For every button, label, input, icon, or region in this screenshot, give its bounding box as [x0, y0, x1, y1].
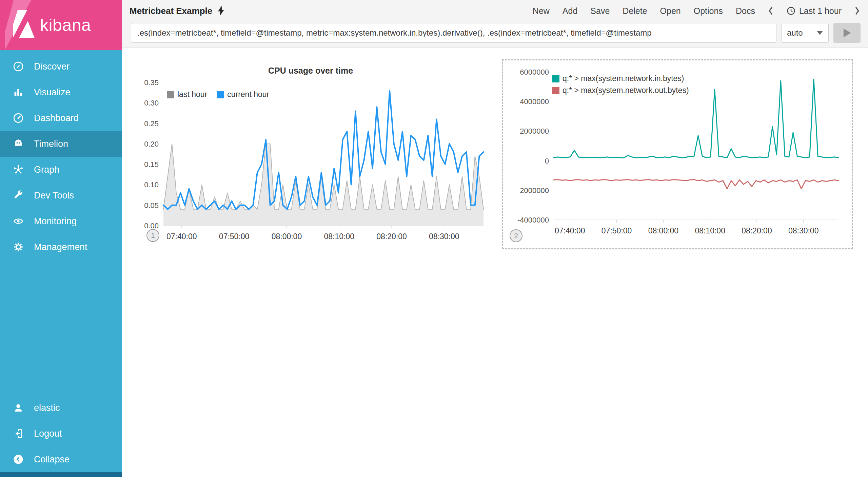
- svg-text:07:40:00: 07:40:00: [166, 232, 197, 241]
- nav-add[interactable]: Add: [563, 6, 577, 16]
- svg-text:08:10:00: 08:10:00: [324, 232, 354, 241]
- sidebar-item-graph[interactable]: Graph: [0, 157, 122, 183]
- svg-text:-2000000: -2000000: [517, 186, 549, 195]
- nav-docs[interactable]: Docs: [736, 6, 755, 16]
- svg-text:0.00: 0.00: [144, 222, 159, 230]
- legend-item[interactable]: q:* > max(system.network.out.bytes): [552, 86, 689, 95]
- clock-icon: [786, 6, 796, 16]
- svg-text:2000000: 2000000: [520, 127, 549, 135]
- svg-text:-4000000: -4000000: [517, 216, 549, 224]
- cpu-usage-chart: 0.000.050.100.150.200.250.300.3507:40:00…: [134, 78, 487, 247]
- timelion-sheet: CPU usage over time 0.000.050.100.150.20…: [122, 48, 868, 477]
- query-bar: auto: [122, 22, 868, 47]
- interval-select[interactable]: auto: [781, 23, 829, 43]
- timepicker-label: Last 1 hour: [799, 6, 842, 16]
- sidebar-item-label: Graph: [34, 165, 59, 175]
- svg-text:08:00:00: 08:00:00: [272, 232, 302, 241]
- sidebar-item-label: Dashboard: [34, 113, 79, 123]
- svg-text:07:40:00: 07:40:00: [555, 226, 585, 235]
- timelion-panel-2[interactable]: 6000000400000020000000-2000000-400000007…: [502, 59, 853, 249]
- graph-icon: [12, 163, 25, 176]
- sidebar-bottom-strip: [0, 472, 122, 477]
- sidebar-item-visualize[interactable]: Visualize: [0, 79, 122, 105]
- timelion-panel-1[interactable]: CPU usage over time 0.000.050.100.150.20…: [134, 59, 487, 249]
- compass-icon: [12, 60, 25, 73]
- sidebar-item-dashboard[interactable]: Dashboard: [0, 105, 122, 131]
- wrench-icon: [12, 189, 25, 202]
- chevron-left-icon: [768, 6, 773, 15]
- main-area: Metricbeat Example New Add Save Delete O…: [122, 0, 868, 477]
- svg-text:08:10:00: 08:10:00: [695, 226, 725, 235]
- legend-item[interactable]: q:* > max(system.network.in.bytes): [552, 74, 689, 83]
- legend-label: current hour: [227, 90, 269, 99]
- sidebar-nav: Discover Visualize Dashboard Timelion Gr…: [0, 50, 122, 395]
- play-icon: [843, 28, 851, 38]
- svg-text:0.05: 0.05: [144, 201, 159, 210]
- svg-text:07:50:00: 07:50:00: [601, 226, 632, 235]
- sidebar-item-management[interactable]: Management: [0, 234, 122, 260]
- sidebar-item-label: Discover: [34, 61, 70, 72]
- sidebar-item-label: Logout: [34, 428, 62, 439]
- logout-icon: [12, 427, 25, 440]
- timelion-query-input[interactable]: [131, 23, 776, 43]
- legend-swatch: [167, 91, 174, 98]
- sidebar-item-dev-tools[interactable]: Dev Tools: [0, 183, 122, 208]
- sidebar-item-user[interactable]: elastic: [0, 395, 122, 421]
- eye-icon: [12, 214, 25, 228]
- svg-text:08:20:00: 08:20:00: [376, 232, 407, 241]
- timelion-icon: [12, 137, 25, 151]
- chevron-down-icon: [817, 31, 823, 35]
- nav-new[interactable]: New: [533, 6, 550, 16]
- sidebar: kibana Discover Visualize Dashboard Time…: [0, 0, 122, 477]
- nav-delete[interactable]: Delete: [623, 6, 647, 16]
- sidebar-footer: elastic Logout Collapse: [0, 395, 122, 477]
- sidebar-item-timelion[interactable]: Timelion: [0, 131, 122, 157]
- nav-save[interactable]: Save: [590, 6, 610, 16]
- svg-text:0.10: 0.10: [144, 180, 159, 189]
- nav-options[interactable]: Options: [694, 6, 723, 16]
- legend-label: q:* > max(system.network.out.bytes): [563, 86, 689, 95]
- svg-text:08:30:00: 08:30:00: [788, 226, 819, 235]
- sidebar-item-label: Dev Tools: [34, 190, 74, 201]
- sidebar-item-label: Collapse: [34, 454, 70, 465]
- svg-text:0.30: 0.30: [144, 99, 159, 107]
- sidebar-item-logout[interactable]: Logout: [0, 421, 122, 446]
- time-forward-button[interactable]: [854, 6, 860, 15]
- legend-swatch: [552, 75, 559, 82]
- legend-swatch: [552, 87, 559, 94]
- chevron-right-icon: [854, 6, 860, 15]
- sidebar-item-label: Management: [34, 242, 87, 252]
- svg-text:08:30:00: 08:30:00: [429, 232, 459, 241]
- sidebar-item-label: Monitoring: [34, 216, 77, 227]
- svg-text:0: 0: [545, 157, 549, 165]
- panel-number-badge: 2: [510, 229, 522, 242]
- collapse-icon: [12, 453, 25, 466]
- chart-legend: q:* > max(system.network.in.bytes)q:* > …: [552, 74, 689, 95]
- legend-label: last hour: [177, 90, 207, 99]
- chart-legend: last hourcurrent hour: [167, 90, 269, 99]
- sidebar-item-label: elastic: [34, 403, 60, 413]
- legend-item[interactable]: last hour: [167, 90, 207, 99]
- legend-item[interactable]: current hour: [217, 90, 269, 99]
- sidebar-item-discover[interactable]: Discover: [0, 54, 122, 79]
- play-button[interactable]: [833, 23, 861, 43]
- sidebar-item-label: Timelion: [34, 139, 68, 149]
- svg-text:08:00:00: 08:00:00: [648, 226, 679, 235]
- svg-text:07:50:00: 07:50:00: [219, 232, 250, 241]
- svg-text:0.25: 0.25: [144, 119, 159, 128]
- timepicker[interactable]: Last 1 hour: [786, 6, 842, 16]
- sidebar-item-collapse[interactable]: Collapse: [0, 446, 122, 472]
- nav-open[interactable]: Open: [660, 6, 681, 16]
- kibana-wordmark: kibana: [40, 15, 91, 35]
- kibana-logo[interactable]: kibana: [0, 0, 122, 50]
- svg-text:4000000: 4000000: [520, 97, 549, 106]
- user-icon: [12, 401, 25, 415]
- chart-title: CPU usage over time: [134, 65, 487, 78]
- sidebar-item-monitoring[interactable]: Monitoring: [0, 208, 122, 234]
- svg-text:0.20: 0.20: [144, 140, 159, 148]
- time-back-button[interactable]: [768, 6, 773, 15]
- sheet-title-text: Metricbeat Example: [130, 6, 212, 16]
- top-nav: New Add Save Delete Open Options Docs La…: [533, 6, 860, 16]
- kibana-logo-icon: [5, 0, 39, 50]
- svg-text:0.35: 0.35: [144, 78, 159, 87]
